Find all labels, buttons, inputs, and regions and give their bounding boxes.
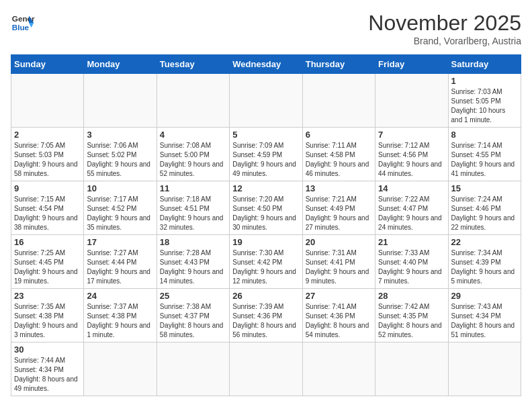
day-number: 3 bbox=[87, 130, 153, 140]
day-number: 16 bbox=[14, 237, 81, 247]
day-info: Sunrise: 7:35 AM Sunset: 4:38 PM Dayligh… bbox=[14, 302, 81, 340]
calendar-day-cell: 27Sunrise: 7:41 AM Sunset: 4:36 PM Dayli… bbox=[302, 289, 375, 342]
day-number: 24 bbox=[87, 291, 153, 301]
calendar-day-cell: 23Sunrise: 7:35 AM Sunset: 4:38 PM Dayli… bbox=[11, 289, 84, 342]
calendar-day-cell bbox=[11, 74, 84, 128]
day-number: 4 bbox=[160, 130, 226, 140]
calendar-day-cell bbox=[448, 342, 521, 396]
calendar-day-cell: 28Sunrise: 7:42 AM Sunset: 4:35 PM Dayli… bbox=[375, 289, 448, 342]
day-info: Sunrise: 7:30 AM Sunset: 4:42 PM Dayligh… bbox=[232, 248, 299, 286]
calendar-day-cell bbox=[230, 74, 302, 128]
day-number: 21 bbox=[378, 237, 445, 247]
day-info: Sunrise: 7:43 AM Sunset: 4:34 PM Dayligh… bbox=[451, 302, 518, 340]
day-info: Sunrise: 7:15 AM Sunset: 4:54 PM Dayligh… bbox=[14, 195, 81, 232]
calendar-day-cell bbox=[157, 74, 229, 128]
calendar-day-cell: 17Sunrise: 7:27 AM Sunset: 4:44 PM Dayli… bbox=[84, 235, 157, 289]
calendar-day-cell bbox=[375, 342, 448, 396]
day-info: Sunrise: 7:18 AM Sunset: 4:51 PM Dayligh… bbox=[160, 195, 226, 232]
day-info: Sunrise: 7:39 AM Sunset: 4:36 PM Dayligh… bbox=[232, 302, 299, 340]
svg-text:Blue: Blue bbox=[12, 23, 30, 32]
calendar-table: SundayMondayTuesdayWednesdayThursdayFrid… bbox=[11, 54, 521, 396]
day-number: 7 bbox=[378, 130, 445, 140]
calendar-day-cell bbox=[302, 74, 375, 128]
calendar-day-cell: 2Sunrise: 7:05 AM Sunset: 5:03 PM Daylig… bbox=[11, 128, 84, 181]
day-number: 2 bbox=[14, 130, 81, 140]
day-info: Sunrise: 7:37 AM Sunset: 4:38 PM Dayligh… bbox=[87, 302, 153, 340]
calendar-week-row: 2Sunrise: 7:05 AM Sunset: 5:03 PM Daylig… bbox=[11, 128, 521, 181]
day-info: Sunrise: 7:09 AM Sunset: 4:59 PM Dayligh… bbox=[232, 141, 299, 179]
day-number: 28 bbox=[378, 291, 445, 301]
day-info: Sunrise: 7:38 AM Sunset: 4:37 PM Dayligh… bbox=[160, 302, 226, 340]
location-subtitle: Brand, Vorarlberg, Austria bbox=[368, 36, 521, 46]
calendar-day-cell: 29Sunrise: 7:43 AM Sunset: 4:34 PM Dayli… bbox=[448, 289, 521, 342]
calendar-day-cell: 10Sunrise: 7:17 AM Sunset: 4:52 PM Dayli… bbox=[84, 181, 157, 235]
day-number: 26 bbox=[232, 291, 299, 301]
weekday-header: Monday bbox=[84, 55, 157, 74]
day-info: Sunrise: 7:34 AM Sunset: 4:39 PM Dayligh… bbox=[451, 248, 518, 286]
day-number: 5 bbox=[232, 130, 299, 140]
day-number: 23 bbox=[14, 291, 81, 301]
logo: General Blue bbox=[11, 11, 35, 35]
calendar-week-row: 16Sunrise: 7:25 AM Sunset: 4:45 PM Dayli… bbox=[11, 235, 521, 289]
day-info: Sunrise: 7:27 AM Sunset: 4:44 PM Dayligh… bbox=[87, 248, 153, 286]
calendar-day-cell: 7Sunrise: 7:12 AM Sunset: 4:56 PM Daylig… bbox=[375, 128, 448, 181]
day-number: 6 bbox=[306, 130, 372, 140]
day-info: Sunrise: 7:14 AM Sunset: 4:55 PM Dayligh… bbox=[451, 141, 518, 179]
calendar-day-cell: 11Sunrise: 7:18 AM Sunset: 4:51 PM Dayli… bbox=[157, 181, 229, 235]
day-info: Sunrise: 7:24 AM Sunset: 4:46 PM Dayligh… bbox=[451, 195, 518, 232]
calendar-week-row: 1Sunrise: 7:03 AM Sunset: 5:05 PM Daylig… bbox=[11, 74, 521, 128]
day-number: 18 bbox=[160, 237, 226, 247]
calendar-day-cell: 30Sunrise: 7:44 AM Sunset: 4:34 PM Dayli… bbox=[11, 342, 84, 396]
calendar-week-row: 9Sunrise: 7:15 AM Sunset: 4:54 PM Daylig… bbox=[11, 181, 521, 235]
day-number: 25 bbox=[160, 291, 226, 301]
calendar-day-cell bbox=[302, 342, 375, 396]
weekday-header: Sunday bbox=[11, 55, 84, 74]
day-info: Sunrise: 7:28 AM Sunset: 4:43 PM Dayligh… bbox=[160, 248, 226, 286]
day-info: Sunrise: 7:25 AM Sunset: 4:45 PM Dayligh… bbox=[14, 248, 81, 286]
calendar-day-cell: 9Sunrise: 7:15 AM Sunset: 4:54 PM Daylig… bbox=[11, 181, 84, 235]
calendar-day-cell: 3Sunrise: 7:06 AM Sunset: 5:02 PM Daylig… bbox=[84, 128, 157, 181]
day-number: 20 bbox=[306, 237, 372, 247]
day-info: Sunrise: 7:33 AM Sunset: 4:40 PM Dayligh… bbox=[378, 248, 445, 286]
calendar-week-row: 23Sunrise: 7:35 AM Sunset: 4:38 PM Dayli… bbox=[11, 289, 521, 342]
calendar-day-cell: 16Sunrise: 7:25 AM Sunset: 4:45 PM Dayli… bbox=[11, 235, 84, 289]
day-number: 11 bbox=[160, 183, 226, 193]
page-header: General Blue November 2025 Brand, Vorarl… bbox=[11, 11, 521, 46]
day-info: Sunrise: 7:03 AM Sunset: 5:05 PM Dayligh… bbox=[451, 87, 518, 125]
day-number: 1 bbox=[451, 76, 518, 86]
calendar-day-cell: 5Sunrise: 7:09 AM Sunset: 4:59 PM Daylig… bbox=[230, 128, 302, 181]
day-info: Sunrise: 7:42 AM Sunset: 4:35 PM Dayligh… bbox=[378, 302, 445, 340]
weekday-header: Wednesday bbox=[230, 55, 302, 74]
day-number: 13 bbox=[306, 183, 372, 193]
day-info: Sunrise: 7:44 AM Sunset: 4:34 PM Dayligh… bbox=[14, 356, 81, 394]
calendar-day-cell: 22Sunrise: 7:34 AM Sunset: 4:39 PM Dayli… bbox=[448, 235, 521, 289]
day-info: Sunrise: 7:06 AM Sunset: 5:02 PM Dayligh… bbox=[87, 141, 153, 179]
calendar-week-row: 30Sunrise: 7:44 AM Sunset: 4:34 PM Dayli… bbox=[11, 342, 521, 396]
month-title: November 2025 bbox=[368, 11, 521, 36]
day-info: Sunrise: 7:22 AM Sunset: 4:47 PM Dayligh… bbox=[378, 195, 445, 232]
calendar-day-cell: 1Sunrise: 7:03 AM Sunset: 5:05 PM Daylig… bbox=[448, 74, 521, 128]
day-info: Sunrise: 7:31 AM Sunset: 4:41 PM Dayligh… bbox=[306, 248, 372, 286]
svg-marker-3 bbox=[29, 23, 34, 28]
day-number: 27 bbox=[306, 291, 372, 301]
calendar-day-cell: 6Sunrise: 7:11 AM Sunset: 4:58 PM Daylig… bbox=[302, 128, 375, 181]
calendar-day-cell: 12Sunrise: 7:20 AM Sunset: 4:50 PM Dayli… bbox=[230, 181, 302, 235]
day-number: 10 bbox=[87, 183, 153, 193]
day-number: 29 bbox=[451, 291, 518, 301]
calendar-day-cell: 24Sunrise: 7:37 AM Sunset: 4:38 PM Dayli… bbox=[84, 289, 157, 342]
day-number: 30 bbox=[14, 345, 81, 355]
calendar-day-cell bbox=[157, 342, 229, 396]
day-number: 17 bbox=[87, 237, 153, 247]
weekday-header: Friday bbox=[375, 55, 448, 74]
calendar-day-cell: 20Sunrise: 7:31 AM Sunset: 4:41 PM Dayli… bbox=[302, 235, 375, 289]
day-info: Sunrise: 7:20 AM Sunset: 4:50 PM Dayligh… bbox=[232, 195, 299, 232]
logo-icon: General Blue bbox=[11, 11, 35, 35]
day-number: 14 bbox=[378, 183, 445, 193]
calendar-day-cell: 13Sunrise: 7:21 AM Sunset: 4:49 PM Dayli… bbox=[302, 181, 375, 235]
day-info: Sunrise: 7:05 AM Sunset: 5:03 PM Dayligh… bbox=[14, 141, 81, 179]
calendar-day-cell: 8Sunrise: 7:14 AM Sunset: 4:55 PM Daylig… bbox=[448, 128, 521, 181]
weekday-header-row: SundayMondayTuesdayWednesdayThursdayFrid… bbox=[11, 55, 521, 74]
day-number: 22 bbox=[451, 237, 518, 247]
calendar-day-cell: 19Sunrise: 7:30 AM Sunset: 4:42 PM Dayli… bbox=[230, 235, 302, 289]
day-number: 19 bbox=[232, 237, 299, 247]
